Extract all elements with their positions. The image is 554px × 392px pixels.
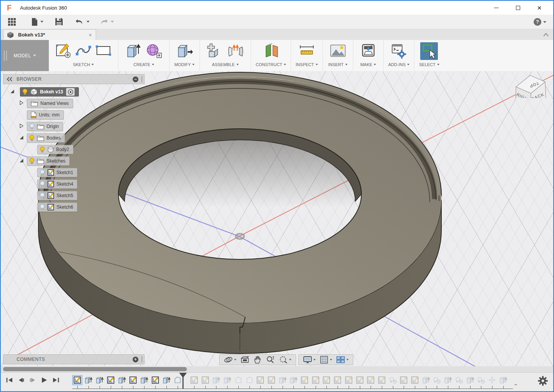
timeline-feature-extrude[interactable] xyxy=(278,375,288,385)
select-cursor-icon[interactable] xyxy=(420,42,438,60)
timeline-scrollbar[interactable] xyxy=(1,366,553,372)
timeline-feature-sketch[interactable] xyxy=(128,375,138,385)
browser-row-bokeh-v13[interactable]: Bokeh v13 xyxy=(1,87,79,96)
timeline-feature-extrude[interactable] xyxy=(465,375,475,385)
insert-image-icon[interactable] xyxy=(329,42,347,59)
timeline-feature-sketch[interactable] xyxy=(333,375,343,385)
model-viewport[interactable]: TOP RIGHT BACK BROWSER − Bokeh v13Named … xyxy=(1,71,553,391)
browser-row-sketch4[interactable]: Sketch4 xyxy=(1,179,77,189)
model-body[interactable] xyxy=(1,71,553,391)
bulb-off-icon[interactable] xyxy=(39,204,45,211)
timeline-feature-project[interactable] xyxy=(476,375,486,385)
browser-panel-header[interactable]: BROWSER − xyxy=(3,74,145,84)
ribbon-group-label[interactable]: CREATE xyxy=(133,62,154,67)
expander-closed-icon[interactable] xyxy=(18,100,24,106)
create-sketch-icon[interactable] xyxy=(55,42,72,59)
close-button[interactable]: ✕ xyxy=(529,1,550,15)
play-button[interactable] xyxy=(38,375,50,385)
timeline-feature-project[interactable] xyxy=(454,375,464,385)
ribbon-group-label[interactable]: INSPECT xyxy=(296,62,318,67)
bulb-off-icon[interactable] xyxy=(39,192,45,199)
spline-icon[interactable] xyxy=(75,42,92,59)
expander-open-icon[interactable] xyxy=(18,158,24,163)
timeline-feature-sketch[interactable] xyxy=(399,375,409,385)
measure-icon[interactable] xyxy=(298,42,316,59)
bulb-on-icon[interactable] xyxy=(29,158,35,164)
timeline-feature-extrude[interactable] xyxy=(421,375,431,385)
timeline-feature-chamfer[interactable] xyxy=(245,375,255,385)
timeline-feature-sketch[interactable] xyxy=(366,375,376,385)
timeline-feature-sketch[interactable] xyxy=(150,375,160,385)
browser-row-sketches[interactable]: Sketches xyxy=(1,156,70,166)
collapse-panel-icon[interactable] xyxy=(7,77,13,81)
orbit-button[interactable] xyxy=(222,354,238,365)
file-menu-button[interactable] xyxy=(29,17,45,27)
ribbon-group-label[interactable]: MAKE xyxy=(360,62,376,67)
scrollbar-thumb[interactable] xyxy=(3,367,187,371)
expander-open-icon[interactable] xyxy=(9,88,15,94)
undo-button[interactable] xyxy=(73,17,91,27)
browser-row-sketch1[interactable]: Sketch1 xyxy=(1,168,77,177)
grid-and-snaps-button[interactable] xyxy=(318,354,334,365)
pan-button[interactable] xyxy=(251,354,264,365)
timeline-feature-project[interactable] xyxy=(388,375,398,385)
timeline-feature-sketch[interactable] xyxy=(299,375,309,385)
timeline-feature-extrude[interactable] xyxy=(83,375,93,385)
timeline-feature-move[interactable] xyxy=(487,375,497,385)
zoom-window-button[interactable] xyxy=(277,354,293,365)
browser-row-units-mm[interactable]: Units: mm xyxy=(1,110,64,120)
bulb-off-icon[interactable] xyxy=(29,123,35,130)
tab-close-icon[interactable]: × xyxy=(89,32,92,38)
browser-row-bodies[interactable]: Bodies xyxy=(1,133,65,143)
new-component-icon[interactable] xyxy=(206,42,224,59)
rectangle-icon[interactable] xyxy=(95,42,112,59)
panel-grip-icon[interactable] xyxy=(141,356,143,362)
timeline-feature-project[interactable] xyxy=(432,375,442,385)
timeline-settings-gear-icon[interactable] xyxy=(538,376,548,386)
ribbon-group-label[interactable]: MODIFY xyxy=(175,62,195,67)
ribbon-group-label[interactable]: SKETCH xyxy=(73,62,94,67)
go-to-end-button[interactable] xyxy=(50,375,62,385)
add-comment-icon[interactable]: + xyxy=(133,357,138,362)
timeline-feature-sketch[interactable] xyxy=(355,375,365,385)
expander-open-icon[interactable] xyxy=(18,135,24,140)
step-back-button[interactable] xyxy=(15,375,27,385)
timeline-feature-extrude[interactable] xyxy=(222,375,232,385)
bulb-on-icon[interactable] xyxy=(39,146,45,153)
create-form-icon[interactable] xyxy=(145,42,163,59)
redo-button[interactable] xyxy=(97,17,115,27)
3d-print-icon[interactable] xyxy=(359,42,377,59)
remove-panel-icon[interactable]: − xyxy=(133,76,138,82)
timeline-feature-extrude[interactable] xyxy=(498,375,508,385)
joint-icon[interactable] xyxy=(227,42,245,59)
ribbon-group-label[interactable]: INSERT xyxy=(328,62,348,67)
ribbon-group-label[interactable]: CONSTRUCT xyxy=(256,62,286,67)
document-tab[interactable]: Bokeh v13* × xyxy=(3,29,96,40)
look-at-button[interactable] xyxy=(238,354,251,365)
press-pull-icon[interactable] xyxy=(176,42,193,59)
scripts-addins-icon[interactable] xyxy=(390,42,408,59)
browser-row-named-views[interactable]: Named Views xyxy=(1,99,73,108)
browser-row-sketch6[interactable]: Sketch6 xyxy=(1,203,77,212)
bulb-off-icon[interactable] xyxy=(39,181,45,188)
construction-planes-icon[interactable] xyxy=(262,42,280,59)
timeline-position-marker[interactable] xyxy=(178,373,188,390)
timeline-feature-extrude[interactable] xyxy=(139,375,149,385)
zoom-button[interactable] xyxy=(264,354,277,365)
collapse-ribbon-icon[interactable] xyxy=(543,32,549,38)
expander-closed-icon[interactable] xyxy=(18,123,24,129)
minimize-button[interactable] xyxy=(486,1,507,15)
activate-component-radio-icon[interactable] xyxy=(68,89,73,95)
timeline-feature-extrude[interactable] xyxy=(288,375,298,385)
timeline-feature-sketch[interactable] xyxy=(344,375,354,385)
maximize-button[interactable] xyxy=(507,1,529,15)
ribbon-group-label[interactable]: ASSEMBLE xyxy=(212,62,238,67)
timeline-feature-extrude[interactable] xyxy=(211,375,221,385)
timeline-feature-sketch[interactable] xyxy=(255,375,265,385)
step-forward-button[interactable] xyxy=(27,375,38,385)
browser-row-origin[interactable]: Origin xyxy=(1,122,63,131)
new-body-extrude-icon[interactable] xyxy=(125,42,142,59)
timeline-feature-extrude[interactable] xyxy=(117,375,127,385)
bulb-on-icon[interactable] xyxy=(22,88,28,95)
ribbon-group-label[interactable]: ADD-INS xyxy=(388,62,409,67)
